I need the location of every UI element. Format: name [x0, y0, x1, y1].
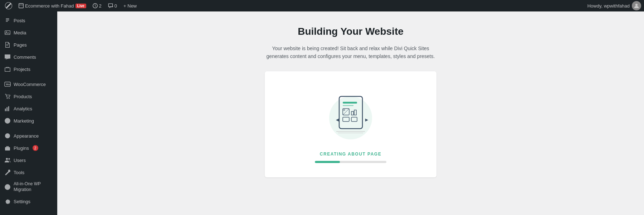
sidebar-label-pages: Pages — [14, 42, 27, 48]
svg-point-20 — [8, 158, 10, 160]
plugins-badge: 2 — [33, 145, 38, 151]
svg-point-3 — [635, 4, 638, 6]
howdy-text: Howdy, wpwithfahad — [587, 3, 630, 9]
svg-rect-13 — [6, 107, 8, 111]
svg-text:◄: ◄ — [335, 117, 340, 123]
svg-rect-26 — [343, 105, 353, 106]
products-icon — [4, 93, 11, 100]
svg-rect-14 — [8, 106, 9, 111]
woocommerce-icon: Woo — [4, 81, 11, 87]
users-icon — [4, 157, 11, 163]
sidebar-label-tools: Tools — [14, 170, 24, 175]
sidebar-item-media[interactable]: Media — [0, 27, 57, 39]
sidebar-item-comments[interactable]: Comments — [0, 51, 57, 63]
sidebar-label-posts: Posts — [14, 18, 25, 23]
status-text: CREATING ABOUT PAGE — [320, 152, 381, 157]
sidebar-label-appearance: Appearance — [14, 133, 39, 139]
svg-point-21 — [9, 171, 9, 171]
page-subtitle: Your website is being created! Sit back … — [265, 44, 436, 61]
pages-icon — [4, 42, 11, 48]
appearance-icon — [4, 133, 11, 139]
posts-icon — [4, 17, 11, 24]
sidebar-label-woocommerce: WooCommerce — [14, 82, 46, 87]
projects-icon — [4, 66, 11, 72]
sidebar-label-media: Media — [14, 30, 26, 35]
svg-text:Woo: Woo — [6, 83, 11, 86]
svg-rect-0 — [19, 4, 24, 8]
comments-icon — [4, 54, 11, 60]
svg-rect-12 — [5, 109, 6, 111]
sidebar-label-marketing: Marketing — [14, 118, 34, 124]
sidebar-item-woocommerce[interactable]: Woo WooCommerce — [0, 78, 57, 90]
layout: Posts Media Pages Comments — [0, 11, 644, 215]
updates-count: 2 — [99, 3, 102, 9]
sidebar-label-analytics: Analytics — [14, 106, 32, 111]
live-badge: Live — [75, 4, 86, 8]
sidebar-item-migration[interactable]: All-in-One WP Migration — [0, 178, 57, 195]
sidebar-label-migration: All-in-One WP Migration — [14, 181, 53, 192]
svg-text:►: ► — [364, 117, 369, 123]
svg-point-10 — [7, 98, 8, 99]
sidebar: Posts Media Pages Comments — [0, 11, 57, 215]
settings-icon — [4, 198, 11, 205]
sidebar-item-posts[interactable]: Posts — [0, 14, 57, 27]
updates-button[interactable]: 2 — [91, 0, 104, 11]
plugins-icon — [4, 145, 11, 151]
building-illustration: ◄ ► — [322, 86, 379, 143]
sidebar-label-projects: Projects — [14, 67, 30, 72]
svg-rect-25 — [343, 102, 357, 104]
sidebar-label-settings: Settings — [14, 199, 30, 204]
comments-count: 0 — [114, 3, 117, 9]
new-label: + New — [123, 3, 137, 9]
svg-point-11 — [9, 98, 10, 99]
svg-point-19 — [6, 158, 8, 160]
sidebar-item-projects[interactable]: Projects — [0, 63, 57, 75]
sidebar-label-plugins: Plugins — [14, 145, 29, 151]
progress-bar-fill — [315, 161, 340, 163]
sidebar-item-products[interactable]: Products — [0, 90, 57, 102]
media-icon — [4, 29, 11, 36]
sidebar-item-plugins[interactable]: Plugins 2 — [0, 142, 57, 154]
admin-bar-right: Howdy, wpwithfahad — [587, 1, 641, 10]
svg-rect-18 — [5, 147, 10, 150]
sidebar-label-products: Products — [14, 94, 32, 99]
sidebar-item-users[interactable]: Users — [0, 154, 57, 166]
sidebar-item-marketing[interactable]: Marketing — [0, 115, 57, 127]
page-title: Building Your Website — [298, 26, 404, 37]
main-content: Building Your Website Your website is be… — [57, 11, 644, 215]
building-card: ◄ ► CREATING ABOUT PAGE — [265, 71, 436, 177]
admin-bar: Ecommerce with Fahad Live 2 0 + New Howd… — [0, 0, 644, 11]
sidebar-label-comments: Comments — [14, 54, 36, 60]
sidebar-item-appearance[interactable]: Appearance — [0, 130, 57, 142]
sidebar-label-users: Users — [14, 158, 26, 163]
sidebar-item-analytics[interactable]: Analytics — [0, 102, 57, 115]
progress-bar-container — [315, 161, 386, 163]
analytics-icon — [4, 105, 11, 112]
marketing-icon — [4, 118, 11, 124]
comments-button[interactable]: 0 — [106, 0, 119, 11]
tools-icon — [4, 169, 11, 176]
site-name: Ecommerce with Fahad — [25, 3, 74, 9]
new-button[interactable]: + New — [121, 0, 139, 11]
avatar — [632, 1, 641, 10]
admin-bar-left: Ecommerce with Fahad Live 2 0 + New — [3, 0, 586, 11]
site-name-button[interactable]: Ecommerce with Fahad Live — [16, 0, 88, 11]
wp-logo-button[interactable] — [3, 0, 14, 11]
sidebar-item-pages[interactable]: Pages — [0, 39, 57, 51]
migration-icon — [4, 184, 11, 190]
sidebar-item-settings[interactable]: Settings — [0, 195, 57, 207]
svg-point-5 — [6, 32, 7, 33]
sidebar-item-tools[interactable]: Tools — [0, 166, 57, 178]
